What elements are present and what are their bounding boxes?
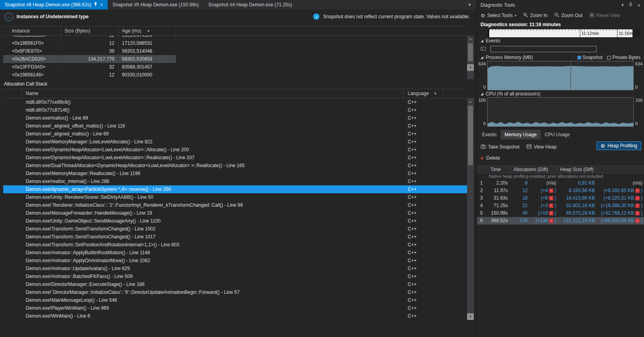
callstack-row[interactable]: Demon.exe!MemoryManager::LowLevelAllocat… (3, 138, 467, 146)
callstack-row[interactable]: Demon.exe!Animator::UpdateAvatars() - Li… (3, 265, 467, 272)
callstack-row[interactable]: Demon.exe!DirectorManager::ExecuteStage(… (3, 280, 467, 288)
callstack-row[interactable]: ntdll.dll!0x77c8714f()C++ (3, 106, 467, 114)
allocations-count[interactable]: 40 (511, 209, 528, 217)
heap-size-value[interactable]: 0,91 KB (558, 179, 595, 187)
callstack-row[interactable]: Demon.exe!malloc() - Line 89C++ (3, 114, 467, 122)
diff-value[interactable]: (+16.388,30 KB↑) (601, 202, 644, 209)
instances-scrollbar[interactable]: ▲ ▼ (467, 36, 474, 79)
instance-row[interactable]: <0x198561F0>1217120,586531 (3, 39, 176, 47)
column-header-size[interactable]: Size (Bytes) (61, 27, 119, 35)
column-header-instance[interactable]: Instance (3, 27, 61, 35)
allocations-count[interactable]: 12 (511, 187, 528, 194)
callstack-row[interactable]: Demon.exe!Animator::BatchedFKPass() - Li… (3, 272, 467, 280)
callstack-row[interactable]: Demon.exe!MessageForwarder::HandleMessag… (3, 209, 467, 217)
allocations-count[interactable]: 8 (511, 179, 528, 187)
diff-value[interactable]: (+4↑) (541, 187, 558, 194)
callstack-row[interactable]: Demon.exe!Unity::GameObject::SendMessage… (3, 217, 467, 225)
callstack-row[interactable]: Demon.exe!MainMessageLoop() - Line 546C+… (3, 296, 467, 304)
callstack-row[interactable]: Demon.exe!DualThreadAllocator<DynamicHea… (3, 162, 467, 169)
snapshot-row[interactable]: 5150.99s40(+19↑)65.570,28 KB(+32.768,12 … (477, 209, 644, 217)
pin-icon[interactable] (629, 2, 633, 8)
snapshot-row[interactable]: 471.25s21(+3↑)32.802,16 KB(+16.388,30 KB… (477, 202, 644, 209)
scrollbar-thumb[interactable] (468, 106, 473, 165)
callstack-row[interactable]: Demon.exe!Unity::RendererScene::SetDirty… (3, 193, 467, 201)
instance-row[interactable]: <0x26ACD020>134.217.77056302,520653 (3, 55, 176, 63)
callstack-row[interactable]: Demon.exe!Animator::ApplyOnAnimatorMove(… (3, 257, 467, 265)
column-header-name[interactable]: Name (22, 89, 404, 98)
pin-icon[interactable] (94, 2, 97, 8)
heap-size-value[interactable]: 32.802,16 KB (558, 202, 595, 209)
callstack-row[interactable]: Demon.exe!Transform::SetPositionAndRotat… (3, 241, 467, 249)
back-button[interactable]: ← (5, 13, 13, 21)
events-section-header[interactable]: Events (477, 37, 644, 44)
tab-events[interactable]: Events (478, 130, 501, 139)
callstack-row[interactable]: Demon.exe!Transform::SendTransformChange… (3, 233, 467, 241)
legend-private-bytes[interactable]: Private Bytes (607, 55, 640, 60)
callstack-row[interactable]: Demon.exe!`Renderer::InitializeClass'::`… (3, 201, 467, 209)
callstack-row[interactable]: Demon.exe!Transform::SendTransformChange… (3, 225, 467, 233)
zoom-out-button[interactable]: Zoom Out (554, 12, 582, 19)
tab-memory-usage[interactable]: Memory Usage (501, 130, 541, 139)
callstack-row[interactable]: Demon.exe!DynamicHeapAllocator<LowLevelA… (3, 154, 467, 162)
tab-snapshot-6[interactable]: Snapshot #6 Heap Demon.exe (366.52s) × (0, 0, 108, 10)
heap-size-value[interactable]: 65.570,28 KB (558, 209, 595, 217)
diff-value[interactable]: (+32.768,12 KB↑) (601, 209, 644, 217)
scroll-up-icon[interactable]: ▲ (467, 36, 474, 42)
memory-section-header[interactable]: Process Memory (MB) Snapshot Private Byt… (477, 54, 644, 61)
callstack-row[interactable]: Demon.exe!dynamic_array<ParticleSystem *… (3, 185, 467, 193)
allocations-count[interactable]: 21 (511, 202, 528, 209)
diff-value[interactable]: (+8.220,31 KB↑) (604, 194, 644, 202)
close-icon[interactable]: × (637, 2, 640, 8)
scroll-down-icon[interactable]: ▼ (467, 64, 474, 71)
callstack-row[interactable]: Demon.exe!_aligned_malloc() - Line 69C++ (3, 130, 467, 138)
close-icon[interactable]: × (100, 2, 103, 8)
take-snapshot-button[interactable]: Take Snapshot (481, 144, 519, 150)
allocations-count[interactable]: 18 (511, 194, 528, 202)
callstack-row[interactable]: Demon.exe!realloc_internal() - Line 288C… (3, 177, 467, 185)
reset-view-button[interactable]: Reset View (589, 13, 620, 19)
instance-row[interactable]: <0x195B50100>1216614,474384 (3, 36, 176, 39)
callstack-row[interactable]: Demon.exe!Animator::ApplyBuiltinRootMoti… (3, 249, 467, 257)
timeline-ruler[interactable]: 11:12min 11:16min (488, 29, 640, 37)
heap-size-value[interactable]: 8.193,56 KB (558, 187, 595, 194)
scroll-up-icon[interactable]: ▲ (467, 98, 474, 105)
events-track[interactable] (490, 46, 597, 52)
heap-profiling-button[interactable]: ⚙ Heap Profiling (597, 141, 641, 150)
callstack-scrollbar[interactable]: ▲ ▼ (467, 98, 474, 320)
allocations-count[interactable]: 178 (511, 217, 528, 225)
window-menu-chevron-icon[interactable]: ▼ (621, 3, 624, 7)
diff-value[interactable]: (+19↑) (538, 209, 558, 217)
callstack-row[interactable]: ntdll.dll!0x77ce89c6()C++ (3, 98, 467, 106)
diff-value[interactable]: (+3↑) (541, 202, 558, 209)
column-header-age[interactable]: Age (ms) ▾ (119, 27, 176, 35)
snapshot-row[interactable]: 211.97s12(+4↑)8.193,56 KB(+8.192,65 KB↑) (477, 187, 644, 194)
callstack-row[interactable]: Demon.exe!_aligned_offset_malloc() - Lin… (3, 122, 467, 130)
memory-usage-chart[interactable] (487, 61, 634, 90)
delete-button[interactable]: Delete (486, 155, 500, 161)
view-heap-button[interactable]: View Heap (526, 144, 557, 150)
diff-value[interactable]: (+6↑) (541, 194, 558, 202)
heap-size-value[interactable]: 16.413,86 KB (558, 194, 595, 202)
snapshot-row[interactable]: 6366.52s178(+138↑)131.121,23 KB(+65.550,… (477, 217, 644, 225)
column-header-time[interactable]: Time (488, 166, 511, 173)
snapshot-row[interactable]: 12.20s8(n/a)0,91 KB(n/a) (477, 179, 644, 187)
instance-row[interactable]: <0x19856148>1290330,010000 (3, 71, 176, 79)
heap-size-value[interactable]: 131.121,23 KB (558, 217, 595, 225)
diff-value[interactable]: (+65.550,95 KB↑) (601, 217, 644, 225)
callstack-row[interactable]: Demon.exe!WinMain() - Line 6C++ (3, 312, 467, 320)
tab-overflow-chevron-icon[interactable]: ▼ (468, 3, 476, 7)
instance-row[interactable]: <0x5F0E870>3956302,514046 (3, 47, 176, 55)
instance-row[interactable]: <0x13FFD3A0>3283568,301457 (3, 63, 176, 71)
legend-snapshot[interactable]: Snapshot (578, 55, 603, 60)
diff-value[interactable]: (+138↑) (536, 217, 558, 225)
column-header-allocations[interactable]: Allocations (Diff) (511, 166, 558, 173)
callstack-row[interactable]: Demon.exe!PlayerWinMain() - Line 969C++ (3, 304, 467, 312)
callstack-row[interactable]: Demon.exe!MemoryManager::Reallocate() - … (3, 169, 467, 177)
diff-value[interactable]: (+8.192,65 KB↑) (604, 187, 644, 194)
tab-cpu-usage[interactable]: CPU Usage (541, 130, 574, 139)
scroll-down-icon[interactable]: ▼ (467, 313, 474, 320)
column-header-language[interactable]: Language ▾ (404, 89, 443, 98)
tab-snapshot-4[interactable]: Snapshot #4 Heap Demon.exe (71.25s) (203, 0, 296, 10)
callstack-row[interactable]: Demon.exe!`DirectorManager::InitializeCl… (3, 288, 467, 296)
column-header-heap-size[interactable]: Heap Size (Diff) (558, 166, 644, 173)
